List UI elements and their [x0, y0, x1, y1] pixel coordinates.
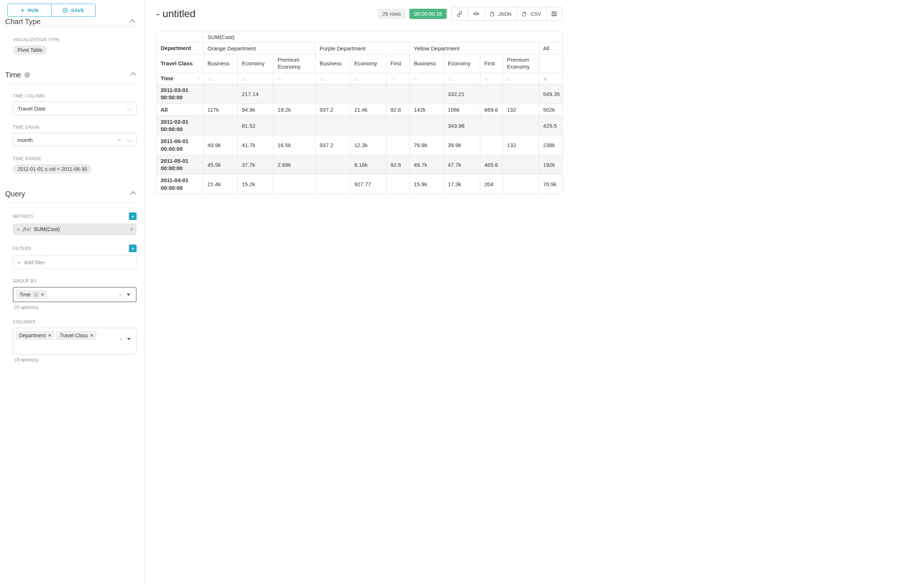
control-panel: RUN SAVE Chart Type VISUALIZATION TYPE P… [0, 0, 145, 584]
pivot-sort-header[interactable]: ↑↓ [539, 72, 563, 84]
query-section-header[interactable]: Query [5, 190, 137, 198]
sort-icon[interactable]: ↑↓ [208, 76, 211, 81]
pivot-cell [503, 116, 539, 135]
caret-down-icon[interactable] [127, 293, 130, 296]
pivot-cell [315, 116, 350, 135]
sort-icon[interactable]: ↑↓ [448, 76, 451, 81]
group-by-select[interactable]: Time i × × [13, 287, 137, 302]
export-json-button[interactable]: .JSON [484, 7, 517, 21]
sort-icon[interactable]: ↑↓ [354, 76, 358, 81]
pivot-row-label: 2011-02-01 00:00:00 [157, 116, 203, 135]
chevron-right-icon[interactable]: › [130, 225, 132, 232]
pivot-sort-header[interactable]: ↑↓ [350, 72, 386, 84]
pivot-sort-header[interactable]: ↑↓ [203, 72, 238, 84]
sort-icon[interactable]: ↑↓ [507, 76, 510, 81]
add-metric-button[interactable]: + [129, 212, 137, 220]
caret-down-icon[interactable] [127, 338, 131, 340]
columns-tag: Travel Class × [56, 331, 96, 340]
sort-icon[interactable]: ↑↓ [414, 76, 417, 81]
columns-select[interactable]: Department × Travel Class × × [13, 328, 137, 355]
sort-icon[interactable]: ↑↓ [277, 76, 281, 81]
embed-code-button[interactable]: </> [467, 7, 485, 21]
clear-icon[interactable]: × [119, 336, 122, 342]
chart-title[interactable]: - untitled [156, 6, 195, 22]
pivot-cell: 937.2 [315, 135, 350, 155]
save-button[interactable]: SAVE [51, 4, 96, 17]
sort-icon[interactable]: ↑↓ [320, 76, 323, 81]
chevron-up-icon [130, 19, 135, 25]
plus-icon: + [18, 259, 21, 265]
visualization-type-value[interactable]: Pivot Table [13, 45, 47, 55]
pivot-sort-header[interactable]: ↑↓ [386, 72, 410, 84]
pivot-cell: 343.98 [444, 116, 480, 135]
export-button-group: </> .JSON .CSV [452, 7, 563, 21]
pivot-class-header: Economy [444, 54, 480, 73]
sort-icon[interactable]: ↑↓ [543, 76, 546, 81]
remove-tag-icon[interactable]: × [41, 292, 44, 297]
clear-icon[interactable]: × [119, 292, 122, 298]
sort-icon[interactable]: ↑↓ [390, 76, 394, 81]
pivot-sort-header[interactable]: ↑↓ [274, 72, 315, 84]
pivot-class-header [539, 54, 563, 73]
pivot-cell: 217.14 [238, 84, 274, 104]
pivot-group-header: All [539, 42, 563, 54]
sort-icon[interactable]: ↑↓ [242, 76, 245, 81]
export-csv-label: .CSV [529, 12, 541, 17]
pivot-time-sort-header[interactable]: Time↑↓ [157, 72, 203, 84]
hamburger-icon [551, 13, 557, 14]
pivot-cell: 669.6 [480, 104, 503, 116]
time-column-select[interactable]: Travel Date [13, 102, 137, 115]
pivot-sort-header[interactable]: ↑↓ [315, 72, 350, 84]
section-divider [5, 84, 137, 84]
pivot-class-header: Business [410, 54, 444, 73]
groupby-tag: Time i × [16, 290, 47, 299]
time-range-value[interactable]: 2011-01-01 ≤ col < 2011-06-30 [13, 164, 92, 174]
pivot-cell: 37.7k [238, 155, 274, 174]
chevron-up-icon[interactable] [130, 72, 136, 78]
pivot-cell: 425.5 [539, 116, 563, 135]
pivot-cell [386, 84, 410, 104]
file-icon [522, 12, 526, 17]
pivot-cell: 39.9k [444, 135, 480, 155]
pivot-sort-header[interactable]: ↑↓ [480, 72, 503, 84]
time-grain-select[interactable]: month × [13, 133, 137, 147]
pivot-cell: 21.4k [350, 104, 386, 116]
add-filter-button[interactable]: + Add filter [13, 255, 137, 269]
pivot-cell: 2.69k [274, 155, 315, 174]
pivot-cell: 49.7k [410, 155, 444, 174]
row-count-badge: 26 rows [378, 9, 406, 19]
add-filter-plus-button[interactable]: + [129, 245, 137, 252]
pivot-sort-header[interactable]: ↑↓ [444, 72, 480, 84]
pivot-cell: 117k [203, 104, 238, 116]
pivot-cell [203, 84, 238, 104]
run-button[interactable]: RUN [7, 4, 51, 17]
pivot-table: SUM(Cost)DepartmentOrange DepartmentPurp… [156, 32, 563, 194]
link-icon [457, 12, 462, 17]
pivot-sort-header[interactable]: ↑↓ [410, 72, 444, 84]
pivot-row: 2011-04-01 00:00:0021.4k15.2k927.7715.9k… [157, 174, 563, 194]
pivot-row: 2011-03-01 00:00:00217.14332.21549.35 [157, 84, 563, 104]
time-column-label: TIME COLUMN [13, 94, 137, 99]
export-csv-button[interactable]: .CSV [516, 7, 546, 21]
sort-icon[interactable]: ↑↓ [197, 75, 200, 81]
sort-icon[interactable]: ↑↓ [484, 76, 488, 81]
pivot-cell [315, 174, 350, 194]
share-link-button[interactable] [451, 7, 468, 21]
column-info-icon[interactable]: i [33, 292, 39, 298]
metric-item[interactable]: × ƒ(x) SUM(Cost) › [13, 224, 137, 235]
remove-tag-icon[interactable]: × [91, 333, 93, 338]
remove-metric-icon[interactable]: × [17, 227, 20, 232]
explore-page: RUN SAVE Chart Type VISUALIZATION TYPE P… [0, 0, 924, 584]
pivot-cell [480, 84, 503, 104]
menu-button[interactable] [546, 7, 563, 21]
time-section-header[interactable]: Time i [5, 71, 137, 79]
columns-tag-label: Travel Class [59, 332, 87, 338]
pivot-cell: 927.77 [350, 174, 386, 194]
pivot-class-header: First [386, 54, 410, 73]
clear-icon[interactable]: × [117, 137, 121, 143]
pivot-class-header: First [480, 54, 503, 73]
pivot-sort-header[interactable]: ↑↓ [238, 72, 274, 84]
pivot-sort-header[interactable]: ↑↓ [503, 72, 539, 84]
chevron-up-icon[interactable] [130, 191, 136, 197]
remove-tag-icon[interactable]: × [48, 333, 51, 338]
